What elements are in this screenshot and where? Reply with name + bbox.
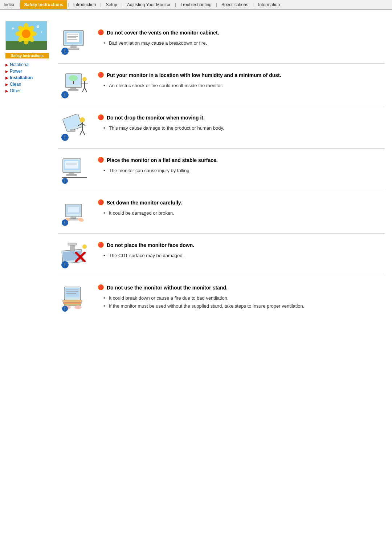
illustration-5: ! — [58, 198, 91, 227]
svg-point-11 — [22, 29, 30, 38]
monitor-illustration-4: ! — [60, 155, 89, 184]
svg-line-46 — [80, 130, 82, 135]
svg-point-28 — [69, 75, 78, 81]
svg-rect-84 — [64, 302, 81, 304]
nav-sep-1: | — [18, 2, 20, 7]
nav-sep-6: | — [215, 2, 218, 7]
nav-specifications[interactable]: Specifications — [218, 0, 252, 9]
navigation-bar: Index | Safety Instructions | Introducti… — [0, 0, 392, 10]
item-title-3: Do not drop the monitor when moving it. — [107, 114, 205, 122]
svg-line-36 — [85, 88, 87, 92]
bullet-5-1: It could be damaged or broken. — [109, 210, 385, 217]
item-bullets-5: It could be damaged or broken. — [98, 210, 385, 217]
nav-sep-3: | — [99, 2, 102, 7]
nav-setup[interactable]: Setup — [102, 0, 121, 9]
svg-point-12 — [12, 27, 14, 29]
main-container: Safety Instructions ▶ Notational ▶ Power… — [0, 10, 392, 329]
bullet-6-1: The CDT surface may be damaged. — [109, 252, 385, 259]
caution-icon-6: 🔴 — [98, 242, 104, 248]
sidebar-nav-clean-label: Clean — [10, 82, 21, 87]
item-title-7: Do not use the monitor without the monit… — [107, 284, 228, 292]
svg-text:!: ! — [64, 262, 66, 268]
svg-text:!: ! — [64, 220, 66, 226]
item-title-5: Set down the monitor carefully. — [107, 199, 182, 207]
bullet-7-2: If the monitor must be used without the … — [109, 303, 385, 310]
arrow-icon-notational: ▶ — [5, 63, 8, 67]
sidebar-illustration — [6, 21, 47, 50]
item-bullets-1: Bad ventilation may cause a breakdown or… — [98, 40, 385, 47]
svg-rect-56 — [66, 174, 77, 176]
svg-point-4 — [24, 37, 29, 45]
svg-point-42 — [80, 117, 85, 122]
svg-text:!: ! — [64, 92, 66, 98]
svg-point-14 — [41, 31, 42, 33]
svg-point-5 — [16, 31, 23, 36]
nav-introduction[interactable]: Introduction — [70, 0, 100, 9]
bullet-3-1: This may cause damage to the product or … — [109, 125, 385, 132]
item-text-7: 🔴 Do not use the monitor without the mon… — [98, 283, 385, 311]
safety-item-6: ! 🔴 Do not place the monitor face down. … — [58, 234, 385, 276]
item-heading-6: 🔴 Do not place the monitor face down. — [98, 242, 385, 249]
item-bullets-4: The monitor can cause injury by falling. — [98, 167, 385, 174]
sidebar-nav-clean[interactable]: ▶ Clean — [5, 82, 49, 87]
nav-safety-instructions[interactable]: Safety Instructions — [20, 0, 67, 9]
illustration-4: ! — [58, 155, 91, 184]
nav-sep-5: | — [174, 2, 177, 7]
item-text-3: 🔴 Do not drop the monitor when moving it… — [98, 113, 385, 133]
bullet-1-1: Bad ventilation may cause a breakdown or… — [109, 40, 385, 47]
monitor-illustration-7: ! — [60, 283, 89, 312]
item-bullets-7: It could break down or cause a fire due … — [98, 295, 385, 310]
bullet-7-1: It could break down or cause a fire due … — [109, 295, 385, 302]
nav-sep-7: | — [252, 2, 254, 7]
nav-troubleshooting[interactable]: Troubleshooting — [177, 0, 215, 9]
content-area: ! 🔴 Do not cover the vents on the monito… — [54, 17, 392, 322]
sidebar-nav-installation[interactable]: ▶ Installation — [5, 75, 49, 80]
nav-adjusting[interactable]: Adjusting Your Monitor — [123, 0, 174, 9]
item-text-1: 🔴 Do not cover the vents on the monitor … — [98, 28, 385, 48]
item-heading-4: 🔴 Place the monitor on a flat and stable… — [98, 157, 385, 164]
svg-line-45 — [82, 123, 85, 126]
svg-rect-41 — [70, 130, 75, 131]
safety-item-7: ! 🔴 Do not use the monitor without the m… — [58, 276, 385, 318]
svg-text:!: ! — [64, 134, 66, 140]
safety-item-1: ! 🔴 Do not cover the vents on the monito… — [58, 21, 385, 64]
svg-line-47 — [82, 130, 85, 135]
nav-sep-4: | — [121, 2, 123, 7]
svg-rect-22 — [71, 46, 76, 48]
item-heading-5: 🔴 Set down the monitor carefully. — [98, 199, 385, 207]
item-text-4: 🔴 Place the monitor on a flat and stable… — [98, 155, 385, 175]
item-text-2: 🔴 Put your monitor in a location with lo… — [98, 70, 385, 90]
illustration-2: ! — [58, 70, 91, 99]
bullet-4-1: The monitor can cause injury by falling. — [109, 167, 385, 174]
sidebar-label: Safety Instructions — [5, 53, 49, 58]
item-title-4: Place the monitor on a flat and stable s… — [107, 157, 218, 164]
safety-item-3: ! 🔴 Do not drop the monitor when moving … — [58, 106, 385, 149]
arrow-icon-other: ▶ — [5, 89, 8, 93]
nav-information[interactable]: Information — [254, 0, 283, 9]
nav-sep-2: | — [67, 2, 70, 7]
sidebar-nav-other[interactable]: ▶ Other — [5, 88, 49, 93]
caution-icon-3: 🔴 — [98, 114, 104, 120]
svg-rect-30 — [71, 88, 76, 89]
safety-item-5: ! 🔴 Set down the monitor carefully. It c… — [58, 191, 385, 234]
svg-point-32 — [82, 77, 87, 81]
caution-icon-2: 🔴 — [98, 72, 104, 78]
svg-point-66 — [78, 217, 84, 222]
caution-icon-1: 🔴 — [98, 29, 104, 35]
svg-rect-83 — [63, 300, 82, 302]
illustration-6: ! — [58, 240, 91, 269]
svg-text:!: ! — [64, 307, 66, 312]
item-heading-2: 🔴 Put your monitor in a location with lo… — [98, 72, 385, 79]
svg-point-13 — [37, 25, 40, 28]
item-bullets-2: An electric shock or fire could result i… — [98, 82, 385, 89]
monitor-illustration-3: ! — [60, 113, 89, 142]
item-text-5: 🔴 Set down the monitor carefully. It cou… — [98, 198, 385, 218]
illustration-1: ! — [58, 28, 91, 57]
caution-icon-7: 🔴 — [98, 284, 104, 290]
nav-index[interactable]: Index — [0, 0, 18, 9]
sidebar-nav-notational[interactable]: ▶ Notational — [5, 62, 49, 67]
sidebar-nav-power[interactable]: ▶ Power — [5, 69, 49, 74]
sidebar-nav-notational-label: Notational — [10, 62, 29, 67]
svg-rect-79 — [65, 288, 79, 297]
svg-text:!: ! — [64, 48, 66, 54]
